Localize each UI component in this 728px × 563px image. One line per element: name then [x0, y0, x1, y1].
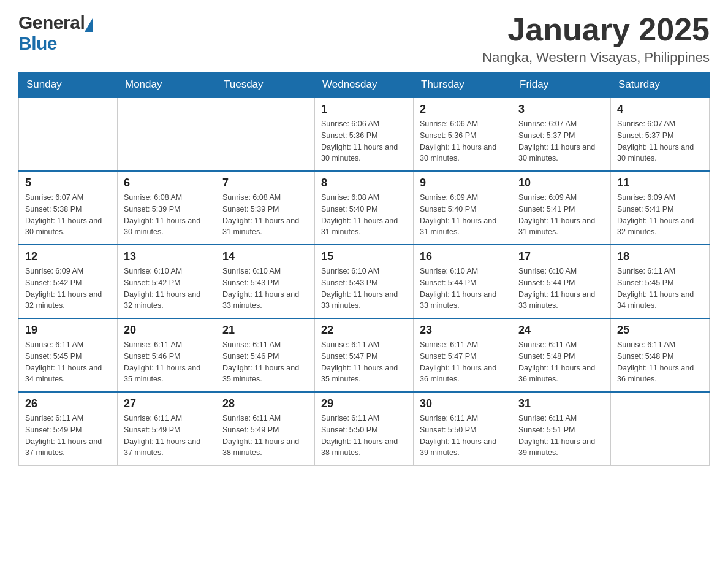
calendar-week-row: 5Sunrise: 6:07 AM Sunset: 5:38 PM Daylig…: [19, 171, 710, 245]
calendar-cell: [611, 392, 710, 465]
day-info: Sunrise: 6:11 AM Sunset: 5:49 PM Dayligh…: [222, 413, 308, 459]
calendar-cell: 20Sunrise: 6:11 AM Sunset: 5:46 PM Dayli…: [118, 318, 216, 392]
day-number: 27: [124, 397, 210, 410]
calendar-cell: 16Sunrise: 6:10 AM Sunset: 5:44 PM Dayli…: [414, 245, 512, 318]
calendar-week-row: 26Sunrise: 6:11 AM Sunset: 5:49 PM Dayli…: [19, 392, 710, 465]
column-header-thursday: Thursday: [414, 72, 512, 98]
day-number: 3: [518, 103, 604, 116]
calendar-cell: 10Sunrise: 6:09 AM Sunset: 5:41 PM Dayli…: [512, 171, 611, 245]
day-number: 2: [420, 103, 506, 116]
day-info: Sunrise: 6:10 AM Sunset: 5:43 PM Dayligh…: [222, 266, 308, 312]
day-info: Sunrise: 6:11 AM Sunset: 5:45 PM Dayligh…: [25, 339, 111, 385]
day-number: 17: [518, 250, 604, 263]
day-info: Sunrise: 6:11 AM Sunset: 5:48 PM Dayligh…: [518, 339, 604, 385]
logo: General Blue: [18, 12, 93, 54]
calendar-week-row: 19Sunrise: 6:11 AM Sunset: 5:45 PM Dayli…: [19, 318, 710, 392]
day-number: 1: [321, 103, 407, 116]
column-header-monday: Monday: [118, 72, 216, 98]
day-info: Sunrise: 6:07 AM Sunset: 5:37 PM Dayligh…: [518, 118, 604, 164]
day-info: Sunrise: 6:07 AM Sunset: 5:38 PM Dayligh…: [25, 192, 111, 238]
day-info: Sunrise: 6:10 AM Sunset: 5:42 PM Dayligh…: [124, 266, 210, 312]
calendar-cell: 4Sunrise: 6:07 AM Sunset: 5:37 PM Daylig…: [611, 98, 710, 171]
calendar-cell: 14Sunrise: 6:10 AM Sunset: 5:43 PM Dayli…: [216, 245, 315, 318]
calendar-cell: 8Sunrise: 6:08 AM Sunset: 5:40 PM Daylig…: [315, 171, 414, 245]
day-number: 20: [124, 324, 210, 337]
day-info: Sunrise: 6:11 AM Sunset: 5:50 PM Dayligh…: [321, 413, 407, 459]
day-info: Sunrise: 6:10 AM Sunset: 5:44 PM Dayligh…: [420, 266, 506, 312]
calendar-cell: 3Sunrise: 6:07 AM Sunset: 5:37 PM Daylig…: [512, 98, 611, 171]
logo-general-text: General: [18, 12, 85, 33]
day-number: 14: [222, 250, 308, 263]
day-number: 25: [617, 324, 703, 337]
column-header-tuesday: Tuesday: [216, 72, 315, 98]
day-info: Sunrise: 6:09 AM Sunset: 5:41 PM Dayligh…: [617, 192, 703, 238]
calendar-cell: [19, 98, 118, 171]
calendar-cell: 28Sunrise: 6:11 AM Sunset: 5:49 PM Dayli…: [216, 392, 315, 465]
calendar-cell: [118, 98, 216, 171]
day-number: 30: [420, 397, 506, 410]
calendar-cell: 5Sunrise: 6:07 AM Sunset: 5:38 PM Daylig…: [19, 171, 118, 245]
logo-triangle-icon: [85, 18, 93, 32]
day-info: Sunrise: 6:09 AM Sunset: 5:41 PM Dayligh…: [518, 192, 604, 238]
calendar-cell: 22Sunrise: 6:11 AM Sunset: 5:47 PM Dayli…: [315, 318, 414, 392]
calendar-cell: 13Sunrise: 6:10 AM Sunset: 5:42 PM Dayli…: [118, 245, 216, 318]
calendar-cell: 9Sunrise: 6:09 AM Sunset: 5:40 PM Daylig…: [414, 171, 512, 245]
day-number: 23: [420, 324, 506, 337]
day-number: 6: [124, 177, 210, 190]
calendar-cell: 29Sunrise: 6:11 AM Sunset: 5:50 PM Dayli…: [315, 392, 414, 465]
calendar-cell: 27Sunrise: 6:11 AM Sunset: 5:49 PM Dayli…: [118, 392, 216, 465]
day-number: 12: [25, 250, 111, 263]
column-header-wednesday: Wednesday: [315, 72, 414, 98]
calendar-cell: 11Sunrise: 6:09 AM Sunset: 5:41 PM Dayli…: [611, 171, 710, 245]
calendar-cell: 17Sunrise: 6:10 AM Sunset: 5:44 PM Dayli…: [512, 245, 611, 318]
day-info: Sunrise: 6:08 AM Sunset: 5:39 PM Dayligh…: [222, 192, 308, 238]
day-info: Sunrise: 6:11 AM Sunset: 5:49 PM Dayligh…: [25, 413, 111, 459]
calendar-cell: 26Sunrise: 6:11 AM Sunset: 5:49 PM Dayli…: [19, 392, 118, 465]
day-number: 19: [25, 324, 111, 337]
day-number: 29: [321, 397, 407, 410]
calendar-cell: 25Sunrise: 6:11 AM Sunset: 5:48 PM Dayli…: [611, 318, 710, 392]
calendar-cell: 18Sunrise: 6:11 AM Sunset: 5:45 PM Dayli…: [611, 245, 710, 318]
day-info: Sunrise: 6:09 AM Sunset: 5:42 PM Dayligh…: [25, 266, 111, 312]
day-info: Sunrise: 6:11 AM Sunset: 5:46 PM Dayligh…: [124, 339, 210, 385]
day-info: Sunrise: 6:11 AM Sunset: 5:47 PM Dayligh…: [321, 339, 407, 385]
column-header-sunday: Sunday: [19, 72, 118, 98]
page-header: General Blue January 2025 Nangka, Wester…: [18, 12, 710, 66]
calendar-cell: 23Sunrise: 6:11 AM Sunset: 5:47 PM Dayli…: [414, 318, 512, 392]
calendar-cell: 31Sunrise: 6:11 AM Sunset: 5:51 PM Dayli…: [512, 392, 611, 465]
day-number: 8: [321, 177, 407, 190]
day-number: 9: [420, 177, 506, 190]
day-info: Sunrise: 6:11 AM Sunset: 5:46 PM Dayligh…: [222, 339, 308, 385]
day-info: Sunrise: 6:10 AM Sunset: 5:43 PM Dayligh…: [321, 266, 407, 312]
day-number: 18: [617, 250, 703, 263]
day-number: 13: [124, 250, 210, 263]
day-number: 5: [25, 177, 111, 190]
day-number: 10: [518, 177, 604, 190]
day-number: 4: [617, 103, 703, 116]
calendar-cell: 30Sunrise: 6:11 AM Sunset: 5:50 PM Dayli…: [414, 392, 512, 465]
calendar-week-row: 1Sunrise: 6:06 AM Sunset: 5:36 PM Daylig…: [19, 98, 710, 171]
day-number: 26: [25, 397, 111, 410]
day-info: Sunrise: 6:11 AM Sunset: 5:50 PM Dayligh…: [420, 413, 506, 459]
day-info: Sunrise: 6:11 AM Sunset: 5:49 PM Dayligh…: [124, 413, 210, 459]
calendar-cell: 1Sunrise: 6:06 AM Sunset: 5:36 PM Daylig…: [315, 98, 414, 171]
calendar-header-row: SundayMondayTuesdayWednesdayThursdayFrid…: [19, 72, 710, 98]
calendar-cell: 6Sunrise: 6:08 AM Sunset: 5:39 PM Daylig…: [118, 171, 216, 245]
day-info: Sunrise: 6:09 AM Sunset: 5:40 PM Dayligh…: [420, 192, 506, 238]
calendar-cell: 15Sunrise: 6:10 AM Sunset: 5:43 PM Dayli…: [315, 245, 414, 318]
calendar-cell: 12Sunrise: 6:09 AM Sunset: 5:42 PM Dayli…: [19, 245, 118, 318]
day-number: 21: [222, 324, 308, 337]
calendar-cell: 24Sunrise: 6:11 AM Sunset: 5:48 PM Dayli…: [512, 318, 611, 392]
day-info: Sunrise: 6:08 AM Sunset: 5:39 PM Dayligh…: [124, 192, 210, 238]
calendar-week-row: 12Sunrise: 6:09 AM Sunset: 5:42 PM Dayli…: [19, 245, 710, 318]
calendar-table: SundayMondayTuesdayWednesdayThursdayFrid…: [18, 72, 710, 466]
day-number: 22: [321, 324, 407, 337]
title-section: January 2025 Nangka, Western Visayas, Ph…: [482, 12, 710, 66]
column-header-friday: Friday: [512, 72, 611, 98]
calendar-cell: 2Sunrise: 6:06 AM Sunset: 5:36 PM Daylig…: [414, 98, 512, 171]
day-info: Sunrise: 6:08 AM Sunset: 5:40 PM Dayligh…: [321, 192, 407, 238]
day-number: 24: [518, 324, 604, 337]
calendar-cell: 21Sunrise: 6:11 AM Sunset: 5:46 PM Dayli…: [216, 318, 315, 392]
day-info: Sunrise: 6:06 AM Sunset: 5:36 PM Dayligh…: [321, 118, 407, 164]
day-info: Sunrise: 6:06 AM Sunset: 5:36 PM Dayligh…: [420, 118, 506, 164]
